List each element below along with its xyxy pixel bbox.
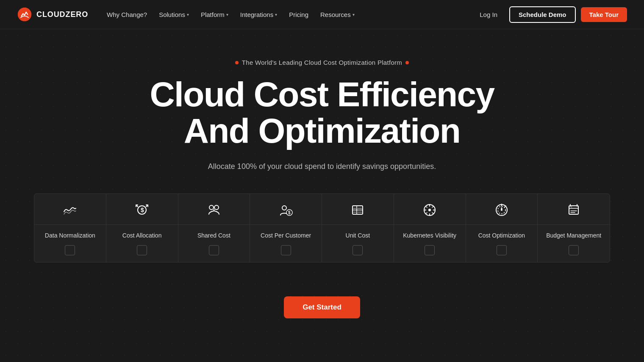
feature-cost-allocation[interactable]: $ Cost Allocation [106, 194, 178, 262]
cost-allocation-icon: $ [134, 202, 150, 218]
feature-label-kubernetes-visibility: Kubernetes Visibility [400, 225, 460, 245]
feature-label-cost-optimization: Cost Optimization [475, 225, 528, 245]
logo-text: CLOUDZERO [36, 10, 88, 19]
feature-label-cost-allocation: Cost Allocation [119, 225, 165, 245]
svg-text:≡: ≡ [571, 205, 572, 208]
svg-text:$: $ [141, 207, 144, 213]
feature-budget-management[interactable]: ≡ Budget Management [538, 194, 610, 262]
feature-data-normalization[interactable]: Data Normalization [34, 194, 106, 262]
get-started-button[interactable]: Get Started [284, 296, 360, 318]
svg-point-24 [501, 209, 502, 211]
feature-label-unit-cost: Unit Cost [342, 225, 374, 245]
feature-grid: Data Normalization $ Cost Allocation [34, 193, 610, 263]
badge-dot-right [405, 61, 409, 64]
solutions-chevron-icon: ▾ [187, 12, 189, 17]
feature-label-shared-cost: Shared Cost [194, 225, 234, 245]
svg-line-18 [426, 206, 427, 207]
feature-label-budget-management: Budget Management [543, 225, 605, 245]
feature-cost-per-customer[interactable]: $ Cost Per Customer [250, 194, 322, 262]
resources-chevron-icon: ▾ [353, 12, 355, 17]
cost-optimization-icon [494, 202, 509, 218]
feature-indicator-3 [281, 245, 291, 255]
feature-indicator-0 [65, 245, 75, 255]
svg-point-13 [428, 209, 431, 211]
badge-text: The World's Leading Cloud Cost Optimizat… [242, 59, 402, 66]
hero-title: Cloud Cost Efficiency And Optimization [150, 76, 494, 149]
hero-badge: The World's Leading Cloud Cost Optimizat… [235, 59, 409, 66]
svg-line-20 [432, 206, 433, 207]
unit-cost-icon [350, 202, 365, 218]
schedule-demo-button[interactable]: Schedule Demo [509, 6, 576, 23]
nav-integrations[interactable]: Integrations ▾ [235, 8, 282, 22]
hero-subtitle: Allocate 100% of your cloud spend to ide… [208, 161, 436, 172]
feature-cost-optimization[interactable]: Cost Optimization [466, 194, 538, 262]
login-button[interactable]: Log In [473, 8, 504, 22]
nav-platform[interactable]: Platform ▾ [196, 8, 233, 22]
nav-resources[interactable]: Resources ▾ [315, 8, 360, 22]
svg-text:$: $ [288, 210, 291, 215]
svg-line-21 [426, 213, 427, 214]
feature-shared-cost[interactable]: Shared Cost [178, 194, 250, 262]
hero-section: The World's Leading Cloud Cost Optimizat… [0, 29, 644, 279]
platform-chevron-icon: ▾ [226, 12, 228, 17]
data-normalization-icon [62, 202, 78, 218]
feature-indicator-4 [353, 245, 363, 255]
feature-kubernetes-visibility[interactable]: Kubernetes Visibility [394, 194, 466, 262]
nav-pricing[interactable]: Pricing [284, 8, 314, 22]
feature-indicator-2 [209, 245, 219, 255]
shared-cost-icon [206, 202, 222, 218]
budget-management-icon: ≡ [566, 202, 581, 218]
feature-indicator-1 [137, 245, 147, 255]
feature-label-data-normalization: Data Normalization [42, 225, 99, 245]
feature-indicator-6 [497, 245, 507, 255]
svg-line-19 [432, 213, 433, 214]
nav-solutions[interactable]: Solutions ▾ [154, 8, 194, 22]
logo-icon [17, 7, 32, 22]
nav-why-change[interactable]: Why Change? [102, 8, 152, 22]
logo[interactable]: CLOUDZERO [17, 7, 88, 22]
kubernetes-visibility-icon [422, 202, 437, 218]
nav-links: Why Change? Solutions ▾ Platform ▾ Integ… [102, 8, 360, 22]
svg-point-3 [209, 205, 214, 210]
svg-point-4 [214, 205, 219, 210]
navigation: CLOUDZERO Why Change? Solutions ▾ Platfo… [0, 0, 644, 29]
cost-per-customer-icon: $ [278, 202, 294, 218]
nav-actions: Log In Schedule Demo Take Tour [473, 6, 627, 23]
svg-point-6 [282, 206, 286, 210]
feature-unit-cost[interactable]: Unit Cost [322, 194, 394, 262]
take-tour-button[interactable]: Take Tour [581, 7, 627, 22]
feature-indicator-7 [569, 245, 579, 255]
feature-indicator-5 [425, 245, 435, 255]
feature-label-cost-per-customer: Cost Per Customer [257, 225, 314, 245]
integrations-chevron-icon: ▾ [275, 12, 277, 17]
cta-section: Get Started [0, 279, 644, 344]
badge-dot-left [235, 61, 239, 64]
